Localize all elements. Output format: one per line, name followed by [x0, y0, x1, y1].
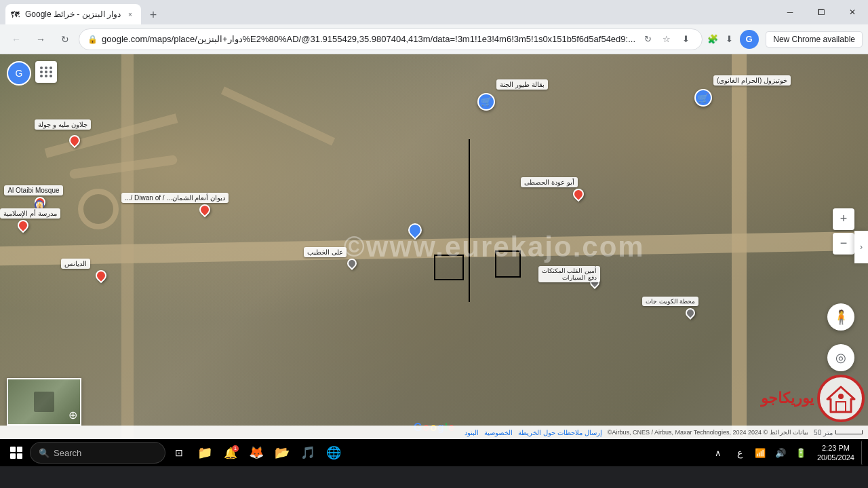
- property-rect-left: [434, 255, 464, 280]
- download-icon[interactable]: ⬇: [677, 31, 694, 48]
- windows-icon: [10, 447, 22, 459]
- pegman-button[interactable]: 🧍: [827, 303, 854, 331]
- label-tuyur-al-janna: بقالة طيور الجنة: [496, 79, 548, 90]
- reload-address-icon[interactable]: ↻: [639, 31, 656, 48]
- location-icon: ◎: [835, 350, 846, 365]
- zoom-in-button[interactable]: +: [833, 208, 854, 230]
- extensions-icon[interactable]: 🧩: [705, 29, 719, 50]
- folder-taskbar-icon[interactable]: 📂: [270, 440, 294, 465]
- svg-marker-0: [827, 387, 854, 412]
- property-vertical-line: [469, 139, 470, 302]
- label-diwan: ديوان أنعام الشمان... / Diwan of /...: [121, 193, 229, 203]
- map-thumbnail[interactable]: ⊕: [7, 378, 81, 426]
- start-button[interactable]: [4, 440, 28, 465]
- map-apps-button[interactable]: [35, 61, 57, 83]
- close-window-button[interactable]: ✕: [837, 0, 868, 24]
- location-button[interactable]: ◎: [827, 344, 854, 371]
- road-vertical-2: [732, 54, 747, 439]
- forward-button[interactable]: →: [30, 29, 52, 50]
- pin-tuyur-al-janna[interactable]: 🛒 بقالة طيور الجنة: [477, 93, 495, 111]
- download-nav-icon[interactable]: ⬇: [722, 29, 736, 50]
- back-button[interactable]: ←: [5, 29, 27, 50]
- map-zoom-controls: + −: [833, 208, 854, 255]
- navbar: ← → ↻ 🔒 google.com/maps/place/دوار+البنز…: [0, 24, 868, 54]
- tray-expand-button[interactable]: ∧: [709, 443, 728, 462]
- minimize-button[interactable]: ─: [774, 0, 806, 24]
- attribution-text: بيانات الخرائط © 2024 Airbus, CNES / Air…: [608, 429, 808, 436]
- taskbar-search-label: Search: [54, 448, 81, 458]
- label-kuwait-station: محطة الكويت جات: [642, 297, 698, 306]
- titlebar: 🗺 دوار البنزين - خرائط Google × + ─ ⧠ ✕: [0, 0, 868, 24]
- new-chrome-button[interactable]: New Chrome available: [766, 31, 863, 48]
- maximize-button[interactable]: ⧠: [806, 0, 837, 24]
- label-amin-qalb: أمين القلب المكتكاتدفع السيارات: [538, 266, 600, 282]
- apps-dot-8: [45, 75, 47, 77]
- eureka-text: يوريكاجو: [761, 390, 814, 407]
- map-container[interactable]: ©www.eurekajo.com 🛒 بقالة طيور الجنة 🛒 خ…: [0, 54, 868, 439]
- active-tab[interactable]: 🗺 دوار البنزين - خرائط Google ×: [5, 4, 141, 24]
- zoom-out-button[interactable]: −: [833, 233, 854, 255]
- reload-button[interactable]: ↻: [54, 29, 76, 50]
- eureka-house-icon: [824, 381, 858, 415]
- battery-icon[interactable]: 🔋: [791, 443, 810, 462]
- lock-icon: 🔒: [87, 35, 98, 44]
- eureka-circle-logo: [817, 375, 865, 422]
- wifi-icon: 📶: [755, 448, 766, 458]
- window-controls: ─ ⧠ ✕: [774, 0, 868, 24]
- eureka-logo-container: يوريكاجو: [761, 375, 865, 422]
- arabic-lang-indicator[interactable]: ع: [730, 443, 749, 462]
- scale-label: 50 متر: [814, 429, 833, 436]
- tab-close-button[interactable]: ×: [125, 9, 136, 20]
- clock-time: 2:23 PM: [822, 443, 850, 453]
- task-view-button[interactable]: ⊡: [167, 440, 191, 465]
- tiktok-icon: 🎵: [300, 445, 315, 460]
- bookmark-icon[interactable]: ☆: [658, 31, 675, 48]
- label-al-diyanis: الديانس: [61, 259, 90, 269]
- firefox-taskbar-icon[interactable]: 🦊: [244, 440, 269, 465]
- notification-badge: 1: [232, 445, 239, 452]
- terms-link[interactable]: البنود: [465, 429, 479, 436]
- map-user-avatar[interactable]: G: [7, 61, 31, 86]
- system-tray: ∧ ع 📶 🔊 🔋 2:23 PM 20/05/2024: [709, 440, 864, 465]
- pin-khutizol[interactable]: 🛒 خوتيزول (الحرام الغانوي): [694, 89, 712, 107]
- bell-icon: 🔔 1: [224, 447, 237, 459]
- win-sq-4: [17, 453, 22, 459]
- tab-favicon: 🗺: [11, 10, 20, 20]
- svg-rect-1: [836, 402, 846, 412]
- apps-dot-1: [40, 67, 43, 69]
- folder2-icon: 📂: [275, 445, 290, 460]
- scale-line: [835, 430, 863, 434]
- taskbar-search-box[interactable]: 🔍 Search: [30, 442, 165, 464]
- lang-label: ع: [737, 447, 743, 458]
- apps-dot-9: [50, 75, 52, 77]
- privacy-link[interactable]: الخصوصية: [484, 429, 513, 436]
- report-link[interactable]: إرسال ملاحظات حول الخريطة: [518, 429, 601, 436]
- speaker-icon: 🔊: [775, 448, 786, 458]
- system-clock[interactable]: 2:23 PM 20/05/2024: [813, 442, 859, 464]
- apps-dot-2: [45, 67, 47, 69]
- map-expand-button[interactable]: ›: [854, 231, 868, 263]
- volume-icon[interactable]: 🔊: [771, 443, 790, 462]
- label-al-otaibi: Al Otaibi Mosque: [4, 185, 62, 195]
- label-madrasa: مدرسة أم الإسلامية: [0, 208, 60, 219]
- show-desktop-button[interactable]: [861, 440, 864, 465]
- win-sq-2: [17, 447, 22, 452]
- profile-avatar[interactable]: G: [740, 30, 759, 49]
- apps-dot-7: [40, 75, 43, 77]
- apps-dot-5: [45, 71, 47, 73]
- thumbnail-preview: [34, 392, 54, 412]
- file-explorer-icon[interactable]: 📁: [193, 440, 217, 465]
- new-tab-button[interactable]: +: [144, 5, 163, 24]
- pegman-icon: 🧍: [833, 309, 850, 325]
- address-text: google.com/maps/place/دوار+البنزين%E2%80…: [102, 34, 635, 44]
- tiktok-taskbar-icon[interactable]: 🎵: [296, 440, 320, 465]
- network-icon[interactable]: 📶: [751, 443, 770, 462]
- apps-dot-3: [50, 67, 52, 69]
- attribution-bar: 50 متر بيانات الخرائط © 2024 Airbus, CNE…: [0, 426, 868, 439]
- label-jalawn: جلاون مليه و جولة: [35, 119, 90, 130]
- notification-center-icon[interactable]: 🔔 1: [218, 440, 243, 465]
- chrome-taskbar-icon[interactable]: 🌐: [321, 440, 346, 465]
- firefox-icon: 🦊: [249, 445, 264, 460]
- address-bar[interactable]: 🔒 google.com/maps/place/دوار+البنزين%E2%…: [79, 29, 703, 50]
- label-abu-awda: أبو عودة الحصطى: [521, 177, 578, 187]
